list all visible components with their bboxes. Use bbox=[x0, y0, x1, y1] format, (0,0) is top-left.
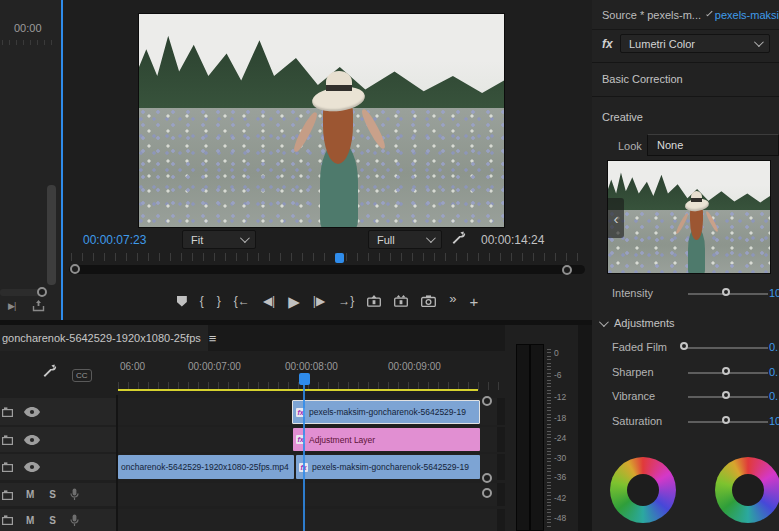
lift-icon[interactable] bbox=[367, 295, 381, 307]
faded-film-slider-row: Faded Film 0. bbox=[592, 341, 779, 355]
step-forward-icon[interactable]: |▶ bbox=[313, 295, 325, 307]
monitor-zoom-scrollbar[interactable] bbox=[69, 265, 585, 274]
source-scroll-knob[interactable] bbox=[37, 287, 47, 297]
clip-v1-left[interactable]: oncharenok-5642529-1920x1080-25fps.mp4 bbox=[118, 455, 294, 479]
panel-menu-icon[interactable]: ≡ bbox=[209, 331, 217, 346]
solo-button[interactable]: S bbox=[49, 489, 56, 500]
slider-handle[interactable] bbox=[722, 288, 730, 296]
slider-value[interactable]: 10 bbox=[769, 287, 779, 299]
sync-lock-icon[interactable] bbox=[2, 462, 13, 472]
marker-shape bbox=[177, 296, 187, 307]
play-around-icon[interactable]: ▶| bbox=[8, 301, 15, 311]
slider-track[interactable] bbox=[688, 421, 768, 423]
previous-look-arrow[interactable]: ‹ bbox=[608, 198, 624, 238]
slider-track[interactable] bbox=[682, 347, 768, 349]
track-output-eye-icon[interactable] bbox=[24, 407, 40, 417]
section-creative[interactable]: Creative bbox=[602, 111, 643, 123]
play-icon[interactable]: ▶ bbox=[288, 294, 300, 309]
slider-value[interactable]: 10 bbox=[769, 415, 779, 427]
color-wheel-left[interactable] bbox=[610, 457, 676, 523]
section-divider bbox=[592, 62, 779, 63]
slider-track[interactable] bbox=[688, 396, 768, 398]
captions-icon[interactable]: CC bbox=[72, 369, 92, 382]
look-select[interactable]: None bbox=[647, 134, 779, 156]
slider-track[interactable] bbox=[688, 293, 768, 295]
zoom-scroll-left-knob[interactable] bbox=[70, 264, 80, 274]
source-tab-label[interactable]: Source * pexels-m... bbox=[602, 9, 701, 21]
sync-lock-icon[interactable] bbox=[2, 407, 13, 417]
section-basic-correction[interactable]: Basic Correction bbox=[602, 73, 683, 85]
clip-adjustment-layer[interactable]: fx Adjustment Layer bbox=[293, 428, 480, 451]
slider-handle[interactable] bbox=[722, 367, 730, 375]
track-edge bbox=[497, 427, 505, 452]
slider-track[interactable] bbox=[688, 372, 768, 374]
go-to-in-icon[interactable]: {← bbox=[234, 295, 250, 307]
effect-controls-panel: Source * pexels-m... pexels-maksi fx Lum… bbox=[592, 0, 779, 531]
timeline-playhead-head[interactable] bbox=[299, 373, 310, 385]
color-wheel-right[interactable] bbox=[715, 457, 779, 523]
creative-look-preview: ‹ bbox=[607, 160, 771, 274]
monitor-playhead-marker[interactable] bbox=[335, 253, 344, 263]
button-editor-icon[interactable]: + bbox=[469, 294, 478, 309]
section-adjustments[interactable]: Adjustments bbox=[614, 317, 675, 329]
track-content-a2[interactable] bbox=[118, 509, 497, 531]
export-frame-icon[interactable] bbox=[421, 295, 436, 307]
timeline-settings-wrench-icon[interactable] bbox=[42, 364, 57, 379]
mute-button[interactable]: M bbox=[26, 489, 34, 500]
mark-out-icon[interactable]: } bbox=[217, 295, 221, 307]
clip-v3-selected[interactable]: fx pexels-maksim-goncharenok-5642529-19 bbox=[292, 400, 480, 424]
more-buttons-icon[interactable]: » bbox=[449, 292, 456, 305]
voiceover-mic-icon[interactable] bbox=[70, 488, 79, 501]
sync-lock-icon[interactable] bbox=[2, 515, 13, 525]
slider-value[interactable]: 0. bbox=[769, 341, 778, 353]
chevron-down-icon bbox=[754, 37, 764, 47]
playback-resolution-select[interactable]: Full bbox=[368, 230, 442, 249]
chevron-down-icon[interactable] bbox=[706, 10, 712, 16]
mark-in-icon[interactable]: { bbox=[200, 295, 204, 307]
audio-meters-panel: 0 -6 -12 -18 -24 -30 -36 -42 -48 bbox=[505, 325, 578, 531]
solo-button[interactable]: S bbox=[49, 515, 56, 526]
timeline-scroll-knob[interactable] bbox=[482, 473, 492, 483]
effect-selector-dropdown[interactable]: Lumetri Color bbox=[620, 34, 770, 53]
add-marker-icon[interactable] bbox=[177, 296, 187, 307]
playhead-timecode[interactable]: 00:00:07:23 bbox=[83, 233, 146, 247]
timeline-scroll-knob[interactable] bbox=[482, 396, 492, 406]
slider-handle[interactable] bbox=[722, 391, 730, 399]
sync-lock-icon[interactable] bbox=[2, 435, 13, 445]
track-output-eye-icon[interactable] bbox=[24, 435, 40, 445]
slider-handle[interactable] bbox=[722, 416, 730, 424]
export-media-icon[interactable] bbox=[32, 299, 45, 312]
zoom-level-select[interactable]: Fit bbox=[182, 230, 256, 249]
track-edge bbox=[497, 398, 505, 425]
timeline-scroll-knob[interactable] bbox=[482, 488, 492, 498]
panel-divider[interactable] bbox=[578, 325, 592, 531]
source-vertical-scrollbar[interactable] bbox=[47, 185, 56, 285]
track-content-a1[interactable] bbox=[118, 483, 497, 506]
track-edge bbox=[497, 483, 505, 506]
program-video-preview bbox=[138, 13, 505, 228]
zoom-scroll-right-knob[interactable] bbox=[562, 265, 572, 275]
mute-button[interactable]: M bbox=[26, 515, 34, 526]
premiere-pro-workspace: 00:00 ▶| 00:00:07:23 Fit bbox=[0, 0, 779, 531]
monitor-mini-ruler[interactable] bbox=[71, 253, 583, 261]
sequence-tab[interactable]: goncharenok-5642529-1920x1080-25fps ≡ bbox=[0, 325, 208, 351]
sequence-clip-link[interactable]: pexels-maksi bbox=[715, 9, 779, 21]
clip-v1-right[interactable]: fx pexels-maksim-goncharenok-5642529-19 bbox=[296, 455, 480, 479]
source-ruler-ticks[interactable] bbox=[2, 40, 58, 45]
sequence-duration: 00:00:14:24 bbox=[481, 233, 544, 247]
track-header-divider[interactable] bbox=[116, 395, 118, 531]
go-to-out-icon[interactable]: →} bbox=[338, 295, 354, 307]
chevron-down-icon[interactable] bbox=[599, 317, 609, 327]
step-back-icon[interactable]: ◀| bbox=[263, 295, 275, 307]
voiceover-mic-icon[interactable] bbox=[70, 514, 79, 527]
track-output-eye-icon[interactable] bbox=[24, 462, 40, 472]
slider-handle[interactable] bbox=[680, 342, 688, 350]
work-area-bar[interactable] bbox=[118, 389, 478, 391]
track-header-v1 bbox=[0, 454, 116, 480]
slider-value[interactable]: 0. bbox=[769, 366, 778, 378]
extract-icon[interactable] bbox=[394, 295, 408, 307]
sync-lock-icon[interactable] bbox=[2, 490, 13, 500]
settings-wrench-icon[interactable] bbox=[451, 231, 466, 246]
slider-value[interactable]: 0. bbox=[769, 390, 778, 402]
source-timecode[interactable]: 00:00 bbox=[14, 22, 42, 34]
